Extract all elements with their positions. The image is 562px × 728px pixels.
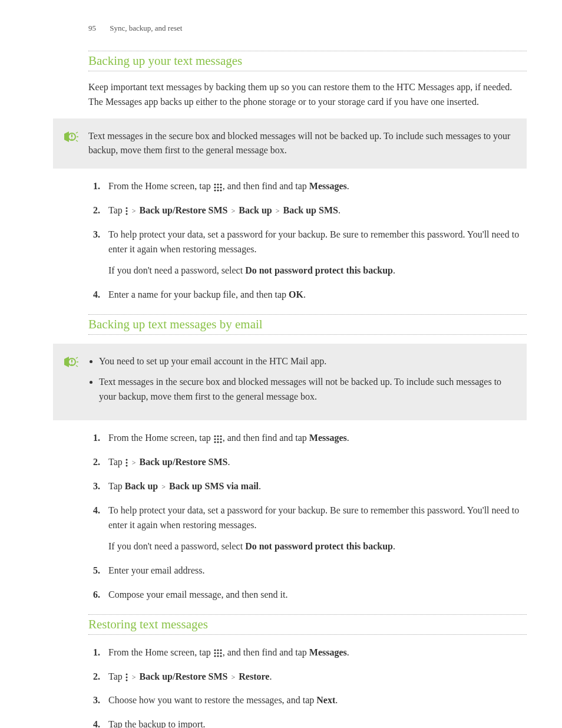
step-item: Tap > Back up/Restore SMS > Back up > Ba…	[103, 203, 527, 218]
step-item: From the Home screen, tap , and then fin…	[103, 431, 527, 446]
step-item: From the Home screen, tap , and then fin…	[103, 645, 527, 660]
svg-point-39	[214, 652, 216, 654]
svg-point-6	[214, 183, 216, 185]
important-icon	[53, 354, 88, 368]
page-header: 95 Sync, backup, and reset	[88, 24, 527, 33]
svg-point-8	[220, 183, 222, 185]
svg-point-31	[217, 441, 219, 443]
important-icon	[53, 129, 88, 143]
chevron-icon: >	[275, 207, 281, 215]
svg-point-25	[217, 435, 219, 437]
svg-point-46	[125, 676, 127, 678]
svg-point-30	[214, 441, 216, 443]
svg-point-7	[217, 183, 219, 185]
step-item: Enter your email address.	[103, 564, 527, 578]
note-box: Text messages in the secure box and bloc…	[53, 118, 527, 169]
apps-grid-icon	[213, 648, 223, 658]
svg-point-11	[220, 186, 222, 188]
svg-point-13	[217, 189, 219, 191]
svg-point-40	[217, 652, 219, 654]
section-restoring-sms: Restoring text messages From the Home sc…	[88, 614, 527, 728]
svg-point-15	[125, 207, 127, 209]
section-heading: Backing up your text messages	[88, 51, 527, 71]
step-item: From the Home screen, tap , and then fin…	[103, 179, 527, 194]
step-item: Tap > Back up/Restore SMS > Restore.	[103, 670, 527, 684]
svg-point-12	[214, 189, 216, 191]
svg-point-28	[217, 438, 219, 440]
svg-point-26	[220, 435, 222, 437]
apps-grid-icon	[213, 183, 223, 192]
apps-grid-icon	[213, 434, 223, 444]
svg-point-10	[217, 186, 219, 188]
svg-point-41	[220, 652, 222, 654]
svg-point-32	[220, 441, 222, 443]
overflow-menu-icon	[125, 206, 128, 216]
page-number: 95	[88, 24, 96, 33]
note-text: You need to set up your email account in…	[88, 354, 516, 410]
chevron-icon: >	[230, 207, 236, 215]
note-bullet: You need to set up your email account in…	[99, 354, 516, 369]
section-backup-by-email: Backing up text messages by email	[88, 314, 527, 602]
overflow-menu-icon	[125, 673, 128, 682]
svg-point-27	[214, 438, 216, 440]
step-item: Compose your email message, and then sen…	[103, 588, 527, 602]
svg-point-45	[125, 673, 127, 675]
svg-point-20	[71, 364, 72, 365]
svg-point-34	[125, 462, 127, 464]
section-heading: Backing up text messages by email	[88, 314, 527, 335]
svg-point-24	[214, 435, 216, 437]
svg-point-42	[214, 655, 216, 657]
svg-point-37	[217, 649, 219, 651]
svg-point-47	[125, 679, 127, 681]
svg-line-21	[76, 357, 78, 358]
steps-list: From the Home screen, tap , and then fin…	[88, 645, 527, 728]
svg-point-17	[125, 213, 127, 215]
steps-list: From the Home screen, tap , and then fin…	[88, 179, 527, 302]
svg-point-9	[214, 186, 216, 188]
overflow-menu-icon	[125, 458, 128, 467]
section-backing-up-sms: Backing up your text messages Keep impor…	[88, 51, 527, 302]
svg-point-44	[220, 655, 222, 657]
step-item: Tap the backup to import.	[103, 717, 527, 728]
step-item: To help protect your data, set a passwor…	[103, 228, 527, 278]
note-box: You need to set up your email account in…	[53, 344, 527, 420]
svg-line-5	[76, 140, 78, 141]
chapter-title: Sync, backup, and reset	[110, 24, 182, 32]
svg-point-36	[214, 649, 216, 651]
document-page: 95 Sync, backup, and reset Backing up yo…	[0, 0, 562, 728]
chevron-icon: >	[131, 459, 137, 467]
svg-point-35	[125, 465, 127, 467]
svg-point-33	[125, 459, 127, 461]
svg-point-38	[220, 649, 222, 651]
note-text: Text messages in the secure box and bloc…	[88, 129, 516, 159]
svg-point-43	[217, 655, 219, 657]
step-item: Tap > Back up/Restore SMS.	[103, 455, 527, 470]
section-heading: Restoring text messages	[88, 614, 527, 635]
step-item: Choose how you want to restore the messa…	[103, 693, 527, 708]
svg-point-16	[125, 210, 127, 212]
step-item: Enter a name for your backup file, and t…	[103, 288, 527, 302]
step-item: Tap Back up > Back up SMS via mail.	[103, 479, 527, 494]
svg-point-29	[220, 438, 222, 440]
chevron-icon: >	[160, 483, 167, 491]
chevron-icon: >	[131, 207, 137, 215]
chevron-icon: >	[131, 673, 137, 681]
svg-line-23	[76, 365, 78, 367]
chevron-icon: >	[230, 673, 236, 681]
intro-paragraph: Keep important text messages by backing …	[88, 80, 527, 110]
note-bullet: Text messages in the secure box and bloc…	[99, 375, 516, 404]
step-item: To help protect your data, set a passwor…	[103, 503, 527, 554]
svg-point-14	[220, 189, 222, 191]
step-sub-text: If you don't need a password, select Do …	[108, 263, 527, 278]
svg-line-3	[76, 132, 78, 133]
steps-list: From the Home screen, tap , and then fin…	[88, 431, 527, 602]
step-sub-text: If you don't need a password, select Do …	[108, 539, 527, 554]
svg-point-2	[71, 139, 72, 140]
